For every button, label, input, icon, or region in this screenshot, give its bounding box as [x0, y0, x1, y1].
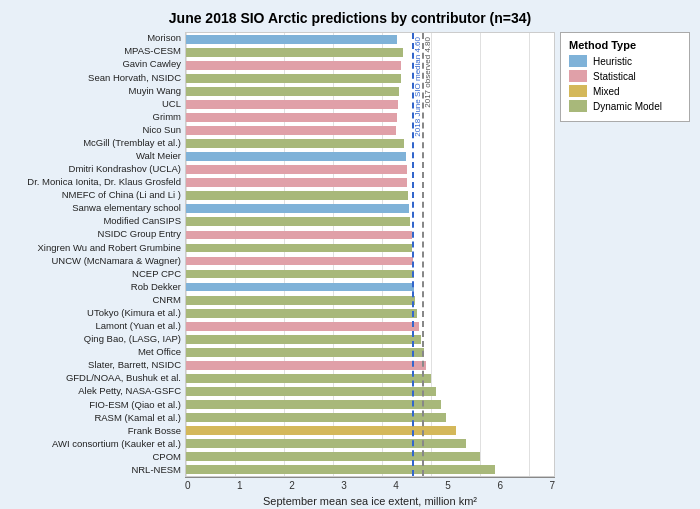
bar-row: [186, 255, 554, 268]
legend-color: [569, 85, 587, 97]
bar: [186, 87, 399, 96]
bar: [186, 374, 431, 383]
legend: Method Type HeuristicStatisticalMixedDyn…: [560, 32, 690, 122]
bar-row: [186, 268, 554, 281]
bar-row: [186, 46, 554, 59]
legend-item: Mixed: [569, 85, 681, 97]
bar: [186, 35, 397, 44]
legend-label: Heuristic: [593, 56, 632, 67]
bar: [186, 465, 495, 474]
median-label: 2018 June SIO median 4.60: [413, 37, 422, 137]
bar: [186, 361, 426, 370]
y-label: FIO-ESM (Qiao et al.): [10, 399, 181, 411]
bar-row: [186, 385, 554, 398]
bar: [186, 231, 412, 240]
bar-row: [186, 359, 554, 372]
bar: [186, 387, 436, 396]
y-label: NSIDC Group Entry: [10, 229, 181, 241]
y-label: Xingren Wu and Robert Grumbine: [10, 242, 181, 254]
y-label: AWI consortium (Kauker et al.): [10, 438, 181, 450]
bar-row: [186, 294, 554, 307]
bar-row: [186, 333, 554, 346]
y-label: Modified CanSIPS: [10, 216, 181, 228]
bar-row: [186, 307, 554, 320]
bar: [186, 244, 412, 253]
y-label: NRL-NESM: [10, 464, 181, 476]
bar: [186, 61, 401, 70]
y-label: Dr. Monica Ionita, Dr. Klaus Grosfeld: [10, 176, 181, 188]
legend-item: Statistical: [569, 70, 681, 82]
x-tick: 3: [341, 480, 347, 491]
bar-row: [186, 437, 554, 450]
bar-row: [186, 33, 554, 46]
bar-row: [186, 215, 554, 228]
y-label: Muyin Wang: [10, 85, 181, 97]
bar-row: [186, 228, 554, 241]
bar-row: [186, 281, 554, 294]
bar: [186, 270, 414, 279]
bar: [186, 204, 409, 213]
bar: [186, 100, 398, 109]
bar-row: [186, 202, 554, 215]
chart-container: June 2018 SIO Arctic predictions by cont…: [0, 0, 700, 509]
bar: [186, 217, 410, 226]
x-axis: 01234567 September mean sea ice extent, …: [185, 477, 555, 507]
legend-color: [569, 100, 587, 112]
bar-row: [186, 59, 554, 72]
y-label: UTokyo (Kimura et al.): [10, 307, 181, 319]
x-axis-label: September mean sea ice extent, million k…: [185, 495, 555, 507]
y-label: UCL: [10, 98, 181, 110]
legend-item: Heuristic: [569, 55, 681, 67]
bar-row: [186, 398, 554, 411]
bar: [186, 400, 441, 409]
y-label: UNCW (McNamara & Wagner): [10, 255, 181, 267]
y-label: Alek Petty, NASA-GSFC: [10, 386, 181, 398]
bar: [186, 335, 421, 344]
y-label: Frank Bosse: [10, 425, 181, 437]
bar-row: [186, 463, 554, 476]
bar-row: [186, 176, 554, 189]
x-tick: 1: [237, 480, 243, 491]
bar: [186, 165, 407, 174]
y-label: Qing Bao, (LASG, IAP): [10, 333, 181, 345]
bar-row: [186, 72, 554, 85]
x-tick: 5: [445, 480, 451, 491]
y-axis-labels: MorisonMPAS-CESMGavin CawleySean Horvath…: [10, 32, 185, 477]
observed-label: 2017 observed 4.80: [423, 37, 432, 108]
bar-row: [186, 241, 554, 254]
y-label: Dmitri Kondrashov (UCLA): [10, 163, 181, 175]
y-label: GFDL/NOAA, Bushuk et al.: [10, 373, 181, 385]
y-label: Gavin Cawley: [10, 59, 181, 71]
bar-row: [186, 189, 554, 202]
bar-row: [186, 450, 554, 463]
bar: [186, 152, 406, 161]
x-tick: 6: [497, 480, 503, 491]
x-tick: 7: [549, 480, 555, 491]
y-label: Rob Dekker: [10, 281, 181, 293]
y-label: Grimm: [10, 111, 181, 123]
bar: [186, 452, 480, 461]
x-tick: 2: [289, 480, 295, 491]
y-label: MPAS-CESM: [10, 46, 181, 58]
y-label: Slater, Barrett, NSIDC: [10, 359, 181, 371]
bar: [186, 48, 403, 57]
bar-row: [186, 320, 554, 333]
legend-item: Dynamic Model: [569, 100, 681, 112]
bar-row: [186, 411, 554, 424]
bar: [186, 126, 396, 135]
x-tick: 4: [393, 480, 399, 491]
y-label: Morison: [10, 33, 181, 45]
y-label: RASM (Kamal et al.): [10, 412, 181, 424]
bar-row: [186, 137, 554, 150]
bar-row: [186, 163, 554, 176]
y-label: Nico Sun: [10, 124, 181, 136]
bar-row: [186, 85, 554, 98]
bar: [186, 257, 413, 266]
y-label: Lamont (Yuan et al.): [10, 320, 181, 332]
legend-label: Statistical: [593, 71, 636, 82]
y-label: McGill (Tremblay et al.): [10, 137, 181, 149]
bar-row: [186, 150, 554, 163]
bar-row: [186, 98, 554, 111]
bar: [186, 426, 456, 435]
bar: [186, 283, 414, 292]
